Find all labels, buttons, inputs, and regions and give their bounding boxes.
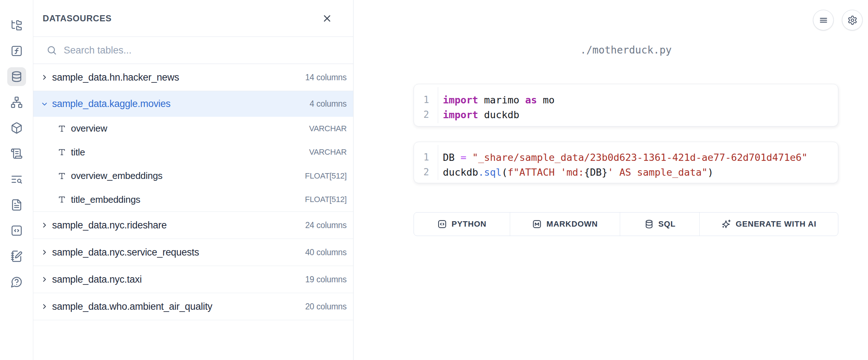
database-icon [10,70,23,83]
notebook-canvas: ./motherduck.py 1 2 import marimo as mo … [353,0,868,360]
column-row-title-embeddings[interactable]: title_embeddings FLOAT[512] [33,188,353,212]
chevron-right-icon [41,73,48,81]
chevron-right-icon [41,275,48,283]
notebook-filename[interactable]: ./motherduck.py [414,44,838,56]
sidebar-item-variables[interactable] [7,42,26,60]
hamburger-menu-icon [818,15,829,25]
column-type: FLOAT[512] [305,171,347,181]
button-label: SQL [659,219,676,229]
table-column-count: 19 columns [305,275,347,284]
marimo-app: DATASOURCES sample_data.hn.hacker_news 1… [0,0,868,360]
text-type-icon [58,148,66,156]
table-name: sample_data.hn.hacker_news [52,72,179,83]
column-row-title[interactable]: title VARCHAR [33,141,353,164]
logs-scroll-icon [10,147,23,160]
column-row-overview[interactable]: overview VARCHAR [33,117,353,141]
code-token: ( [502,167,508,178]
table-name: sample_data.who.ambient_air_quality [52,301,212,312]
sidebar-item-dependencies[interactable] [7,93,26,112]
sidebar-item-documentation[interactable] [7,196,26,214]
table-column-count: 4 columns [310,99,347,109]
notebook-menu-button[interactable] [813,10,834,30]
text-type-icon [58,196,66,203]
column-row-overview-embeddings[interactable]: overview_embeddings FLOAT[512] [33,164,353,188]
scratchpad-icon [10,250,23,262]
line-number: 1 [414,150,438,165]
sidebar-item-snippets[interactable] [7,221,26,240]
table-name: sample_data.nyc.rideshare [52,220,167,231]
table-column-count: 20 columns [305,302,347,312]
code-token: "_share/sample_data/23b0d623-1361-421d-a… [472,152,808,163]
code-token: ) [708,167,714,178]
code-token: ' AS sample_data" [607,167,707,178]
activity-rail [0,0,33,360]
sidebar-item-scratchpad[interactable] [7,247,26,266]
code-line: import duckdb [443,107,555,122]
table-name: sample_data.nyc.taxi [52,274,142,285]
button-label: PYTHON [452,219,486,229]
add-cell-buttons: PYTHON MARKDOWN SQL [414,212,838,236]
sidebar-item-files[interactable] [7,16,26,35]
code-token: .sql [478,167,502,178]
code-token: DB [443,152,461,163]
table-row-service-requests[interactable]: sample_data.nyc.service_requests 40 colu… [33,239,353,266]
add-markdown-cell-button[interactable]: MARKDOWN [510,213,620,236]
code-token: duckdb [478,109,520,120]
table-name: sample_data.nyc.service_requests [52,247,199,258]
code-cell[interactable]: 1 2 DB = "_share/sample_data/23b0d623-13… [414,142,838,183]
function-square-icon [10,45,23,57]
column-type: FLOAT[512] [305,195,347,204]
line-number: 1 [414,93,438,107]
column-type: VARCHAR [309,147,347,157]
table-list: sample_data.hn.hacker_news 14 columns sa… [33,64,353,320]
generate-with-ai-button[interactable]: GENERATE WITH AI [700,213,838,236]
list-search-icon [10,173,23,185]
panel-header: DATASOURCES [33,0,353,37]
column-name: overview_embeddings [71,170,162,181]
settings-button[interactable] [842,10,863,30]
chevron-right-icon [41,303,48,310]
column-name: overview [71,123,107,134]
code-token: as [525,94,537,106]
close-icon [322,13,333,24]
line-number: 2 [414,165,438,180]
chevron-right-icon [41,221,48,229]
database-icon [644,219,654,229]
close-panel-button[interactable] [320,11,334,26]
column-name: title [71,147,85,158]
sparkles-icon [721,219,731,229]
add-python-cell-button[interactable]: PYTHON [414,213,510,236]
sidebar-item-outline[interactable] [7,170,26,189]
table-row-kaggle-movies[interactable]: sample_data.kaggle.movies 4 columns [33,91,353,117]
table-name: sample_data.kaggle.movies [52,98,170,110]
search-icon [46,45,57,56]
sidebar-item-packages[interactable] [7,119,26,137]
datasources-panel: DATASOURCES sample_data.hn.hacker_news 1… [33,0,353,360]
code-token: import [443,109,478,120]
sidebar-item-datasources[interactable] [7,67,26,86]
table-row-ambient-air-quality[interactable]: sample_data.who.ambient_air_quality 20 c… [33,293,353,320]
help-chat-icon [10,276,23,288]
column-type: VARCHAR [309,124,347,133]
panel-title: DATASOURCES [43,13,112,23]
file-tree-icon [10,19,23,31]
chevron-right-icon [41,248,48,256]
line-number-gutter: 1 2 [414,145,438,180]
code-editor: DB = "_share/sample_data/23b0d623-1361-4… [438,142,808,183]
sidebar-item-help[interactable] [7,273,26,291]
table-row-taxi[interactable]: sample_data.nyc.taxi 19 columns [33,266,353,293]
search-input[interactable] [64,39,353,61]
markdown-icon [532,219,542,229]
code-token: = [461,152,466,163]
gear-icon [847,15,858,25]
table-row-hacker-news[interactable]: sample_data.hn.hacker_news 14 columns [33,64,353,91]
dependency-graph-icon [10,96,23,108]
code-cell[interactable]: 1 2 import marimo as mo import duckdb [414,84,838,127]
table-row-rideshare[interactable]: sample_data.nyc.rideshare 24 columns [33,212,353,239]
code-token: {DB} [584,167,607,178]
sidebar-item-logs[interactable] [7,144,26,163]
code-square-icon [437,219,447,229]
button-label: MARKDOWN [546,219,598,229]
add-sql-cell-button[interactable]: SQL [620,213,700,236]
code-token: duckdb [443,167,478,178]
